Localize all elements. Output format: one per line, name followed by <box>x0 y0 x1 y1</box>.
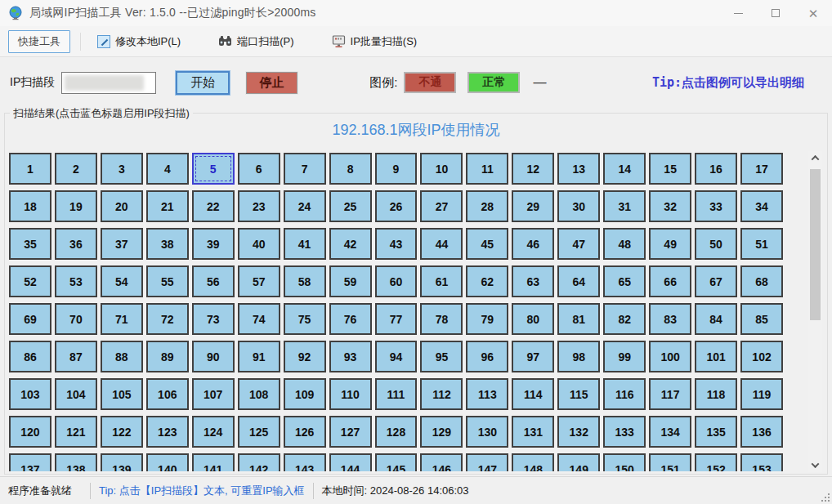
ip-cell-38[interactable]: 38 <box>146 228 189 260</box>
ip-cell-21[interactable]: 21 <box>146 190 189 222</box>
ip-cell-53[interactable]: 53 <box>55 265 97 297</box>
ip-cell-8[interactable]: 8 <box>329 153 372 185</box>
ip-cell-109[interactable]: 109 <box>284 378 326 410</box>
ip-cell-144[interactable]: 144 <box>329 453 372 471</box>
ip-cell-104[interactable]: 104 <box>55 378 97 410</box>
ip-cell-125[interactable]: 125 <box>238 416 280 448</box>
ip-cell-7[interactable]: 7 <box>284 153 326 185</box>
ip-cell-108[interactable]: 108 <box>238 378 280 410</box>
ip-cell-57[interactable]: 57 <box>238 265 280 297</box>
ip-cell-6[interactable]: 6 <box>238 153 280 185</box>
ip-cell-101[interactable]: 101 <box>695 341 737 372</box>
ip-cell-113[interactable]: 113 <box>466 378 508 410</box>
ip-cell-127[interactable]: 127 <box>329 416 372 448</box>
ip-cell-9[interactable]: 9 <box>375 153 418 185</box>
ip-cell-102[interactable]: 102 <box>740 341 783 372</box>
quick-tools-button[interactable]: 快捷工具 <box>8 30 70 53</box>
ip-cell-28[interactable]: 28 <box>466 190 508 222</box>
ip-cell-89[interactable]: 89 <box>146 341 189 372</box>
ip-cell-83[interactable]: 83 <box>649 303 691 335</box>
ip-cell-70[interactable]: 70 <box>55 303 97 335</box>
ip-cell-22[interactable]: 22 <box>192 190 235 222</box>
ip-cell-40[interactable]: 40 <box>238 228 280 260</box>
ip-cell-58[interactable]: 58 <box>284 265 326 297</box>
ip-cell-137[interactable]: 137 <box>9 453 51 471</box>
ip-cell-117[interactable]: 117 <box>649 378 691 410</box>
ip-cell-112[interactable]: 112 <box>420 378 463 410</box>
ip-cell-18[interactable]: 18 <box>9 190 51 222</box>
ip-cell-75[interactable]: 75 <box>284 303 326 335</box>
ip-cell-26[interactable]: 26 <box>375 190 418 222</box>
ip-cell-45[interactable]: 45 <box>466 228 508 260</box>
ip-cell-122[interactable]: 122 <box>101 416 143 448</box>
ip-cell-98[interactable]: 98 <box>557 341 600 372</box>
legend-unreachable-badge[interactable]: 不通 <box>404 72 456 93</box>
ip-cell-134[interactable]: 134 <box>649 416 691 448</box>
ip-cell-72[interactable]: 72 <box>146 303 189 335</box>
ip-cell-116[interactable]: 116 <box>603 378 646 410</box>
ip-range-input[interactable] <box>61 72 156 94</box>
ip-cell-35[interactable]: 35 <box>9 228 51 260</box>
scroll-down-button[interactable] <box>808 458 822 472</box>
ip-cell-43[interactable]: 43 <box>375 228 418 260</box>
ip-cell-1[interactable]: 1 <box>9 153 51 185</box>
minimize-button[interactable] <box>719 0 757 26</box>
vertical-scrollbar[interactable] <box>808 151 822 472</box>
ip-cell-96[interactable]: 96 <box>466 341 508 372</box>
ip-cell-16[interactable]: 16 <box>695 153 737 185</box>
ip-cell-84[interactable]: 84 <box>695 303 737 335</box>
ip-cell-20[interactable]: 20 <box>101 190 143 222</box>
start-button[interactable]: 开始 <box>176 71 230 95</box>
ip-cell-146[interactable]: 146 <box>420 453 463 471</box>
network-title[interactable]: 192.168.1网段IP使用情况 <box>5 120 827 140</box>
ip-cell-86[interactable]: 86 <box>9 341 51 372</box>
ip-cell-103[interactable]: 103 <box>9 378 51 410</box>
ip-cell-95[interactable]: 95 <box>420 341 463 372</box>
ip-cell-24[interactable]: 24 <box>284 190 326 222</box>
ip-cell-123[interactable]: 123 <box>146 416 189 448</box>
ip-cell-130[interactable]: 130 <box>466 416 508 448</box>
ip-cell-90[interactable]: 90 <box>192 341 235 372</box>
ip-cell-121[interactable]: 121 <box>55 416 97 448</box>
ip-cell-67[interactable]: 67 <box>695 265 737 297</box>
ip-cell-142[interactable]: 142 <box>238 453 280 471</box>
ip-cell-36[interactable]: 36 <box>55 228 97 260</box>
ip-cell-119[interactable]: 119 <box>740 378 783 410</box>
modify-local-ip-button[interactable]: 修改本地IP(L) <box>91 31 187 52</box>
ip-cell-150[interactable]: 150 <box>603 453 646 471</box>
ip-cell-118[interactable]: 118 <box>695 378 737 410</box>
ip-cell-60[interactable]: 60 <box>375 265 418 297</box>
ip-cell-149[interactable]: 149 <box>557 453 600 471</box>
ip-cell-46[interactable]: 46 <box>512 228 554 260</box>
ip-cell-132[interactable]: 132 <box>557 416 600 448</box>
ip-cell-133[interactable]: 133 <box>603 416 646 448</box>
ip-cell-37[interactable]: 37 <box>101 228 143 260</box>
ip-cell-77[interactable]: 77 <box>375 303 418 335</box>
ip-cell-15[interactable]: 15 <box>649 153 691 185</box>
ip-range-label[interactable]: IP扫描段 <box>10 75 55 90</box>
ip-cell-19[interactable]: 19 <box>55 190 97 222</box>
close-button[interactable]: ✕ <box>794 0 832 26</box>
ip-cell-50[interactable]: 50 <box>695 228 737 260</box>
ip-cell-55[interactable]: 55 <box>146 265 189 297</box>
ip-cell-33[interactable]: 33 <box>695 190 737 222</box>
ip-cell-92[interactable]: 92 <box>284 341 326 372</box>
ip-cell-27[interactable]: 27 <box>420 190 463 222</box>
ip-cell-17[interactable]: 17 <box>740 153 783 185</box>
ip-cell-140[interactable]: 140 <box>146 453 189 471</box>
ip-cell-48[interactable]: 48 <box>603 228 646 260</box>
resize-grip-icon[interactable] <box>821 493 830 502</box>
legend-normal-badge[interactable]: 正常 <box>467 72 520 93</box>
ip-cell-64[interactable]: 64 <box>557 265 600 297</box>
ip-cell-110[interactable]: 110 <box>329 378 372 410</box>
ip-cell-51[interactable]: 51 <box>740 228 783 260</box>
ip-cell-73[interactable]: 73 <box>192 303 235 335</box>
ip-cell-106[interactable]: 106 <box>146 378 189 410</box>
ip-cell-61[interactable]: 61 <box>420 265 463 297</box>
ip-cell-152[interactable]: 152 <box>695 453 737 471</box>
ip-cell-39[interactable]: 39 <box>192 228 235 260</box>
ip-cell-97[interactable]: 97 <box>512 341 554 372</box>
ip-cell-78[interactable]: 78 <box>420 303 463 335</box>
ip-cell-131[interactable]: 131 <box>512 416 554 448</box>
ip-cell-115[interactable]: 115 <box>557 378 600 410</box>
